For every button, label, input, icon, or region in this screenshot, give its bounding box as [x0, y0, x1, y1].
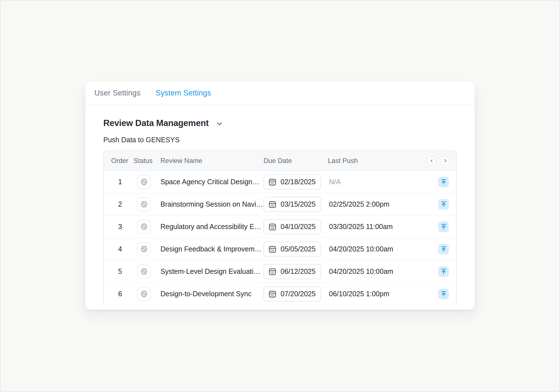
status-button[interactable] [137, 242, 151, 256]
upload-icon [440, 268, 447, 275]
blocked-status-icon [140, 222, 148, 231]
page-title: Review Data Management [103, 118, 209, 128]
chevron-down-icon[interactable] [215, 120, 224, 128]
due-date-value: 06/12/2025 [281, 267, 316, 276]
table-row: 2 Brainstorming Session on Navi… [104, 193, 456, 216]
column-header-status: Status [134, 157, 160, 165]
upload-icon [440, 290, 447, 298]
table-header: Order Status Review Name Due Date Last P… [104, 151, 456, 171]
table-row: 6 Design-to-Development Sync [104, 283, 456, 305]
calendar-icon [268, 200, 277, 209]
due-date-field[interactable]: 03/15/2025 [263, 197, 321, 212]
tab-user-settings[interactable]: User Settings [94, 87, 141, 99]
table-row: 1 Space Agency Critical Design… [104, 171, 456, 193]
pagination-prev-button[interactable] [428, 157, 436, 165]
tab-system-settings[interactable]: System Settings [155, 87, 212, 99]
status-button[interactable] [137, 287, 151, 301]
review-name: Design Feedback & Improvem… [160, 245, 263, 253]
due-date-value: 03/15/2025 [281, 200, 316, 208]
chevron-left-icon [429, 158, 434, 163]
push-data-button[interactable] [438, 266, 449, 277]
status-button[interactable] [137, 175, 151, 189]
last-push-value: 03/30/2025 11:00am [328, 223, 433, 231]
last-push-value: 02/25/2025 2:00pm [328, 200, 433, 208]
due-date-field[interactable]: 04/10/2025 [263, 219, 321, 234]
review-name: Brainstorming Session on Navi… [160, 200, 263, 208]
tab-bar: User Settings System Settings [85, 81, 475, 105]
push-data-table: Order Status Review Name Due Date Last P… [103, 150, 457, 305]
due-date-field[interactable]: 05/05/2025 [263, 242, 321, 257]
push-data-button[interactable] [438, 289, 449, 299]
due-date-field[interactable]: 07/20/2025 [263, 286, 321, 302]
due-date-value: 05/05/2025 [281, 245, 316, 253]
column-header-review-name: Review Name [160, 157, 263, 165]
status-button[interactable] [137, 197, 151, 211]
order-number: 6 [111, 290, 129, 298]
status-button[interactable] [137, 265, 151, 279]
column-header-order: Order [111, 157, 134, 165]
status-button[interactable] [137, 220, 151, 234]
calendar-icon [268, 245, 277, 254]
blocked-status-icon [140, 200, 148, 209]
upload-icon [440, 178, 447, 186]
push-data-button[interactable] [438, 199, 449, 210]
chevron-right-icon [443, 158, 448, 163]
last-push-value: 06/10/2025 1:00pm [328, 290, 433, 298]
due-date-value: 04/10/2025 [281, 223, 316, 231]
blocked-status-icon [140, 178, 148, 186]
order-number: 3 [111, 223, 129, 231]
order-number: 5 [111, 267, 129, 276]
order-number: 1 [111, 178, 129, 186]
review-name: Design-to-Development Sync [160, 290, 263, 298]
blocked-status-icon [140, 245, 148, 253]
calendar-icon [268, 178, 277, 186]
table-row: 5 System-Level Design Evaluati… [104, 260, 456, 283]
calendar-icon [268, 267, 277, 276]
order-number: 4 [111, 245, 129, 253]
blocked-status-icon [140, 267, 148, 276]
last-push-value: 04/20/2025 10:00am [328, 245, 433, 253]
push-data-button[interactable] [438, 244, 449, 255]
review-name: System-Level Design Evaluati… [160, 267, 263, 276]
blocked-status-icon [140, 290, 148, 298]
review-name: Space Agency Critical Design… [160, 178, 263, 186]
order-number: 2 [111, 200, 129, 208]
due-date-field[interactable]: 02/18/2025 [263, 174, 321, 190]
calendar-icon [268, 222, 277, 231]
calendar-icon [268, 290, 277, 298]
table-pagination [428, 157, 449, 165]
column-header-last-push: Last Push [328, 157, 433, 165]
review-name: Regulatory and Accessibility E… [160, 223, 263, 231]
settings-card: User Settings System Settings Review Dat… [85, 81, 475, 309]
push-data-button[interactable] [438, 221, 449, 232]
last-push-value: N/A [328, 178, 433, 186]
upload-icon [440, 245, 447, 253]
pagination-next-button[interactable] [441, 157, 449, 165]
table-row: 3 Regulatory and Accessibility E… [104, 216, 456, 238]
due-date-value: 02/18/2025 [281, 178, 316, 186]
upload-icon [440, 223, 447, 230]
table-row: 4 Design Feedback & Improvem… [104, 238, 456, 260]
due-date-field[interactable]: 06/12/2025 [263, 264, 321, 279]
section-subtitle: Push Data to GENESYS [103, 136, 457, 144]
table-body: 1 Space Agency Critical Design… [104, 171, 456, 305]
system-settings-panel: Review Data Management Push Data to GENE… [85, 118, 475, 305]
column-header-due-date: Due Date [263, 157, 328, 165]
upload-icon [440, 200, 447, 208]
due-date-value: 07/20/2025 [281, 290, 316, 298]
push-data-button[interactable] [438, 177, 449, 187]
last-push-value: 04/20/2025 10:00am [328, 267, 433, 276]
